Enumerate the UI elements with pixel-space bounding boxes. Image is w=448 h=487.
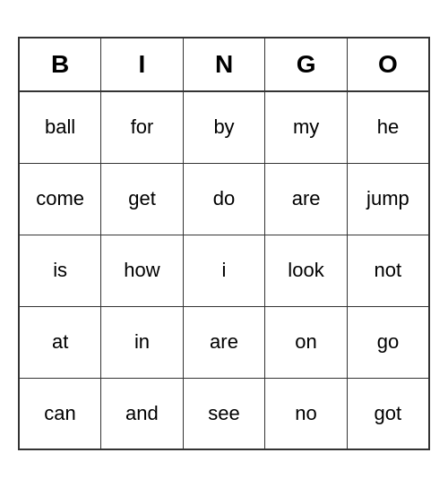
cell-r5-c4: no bbox=[265, 378, 348, 449]
cell-r1-c1: ball bbox=[19, 91, 101, 163]
cell-r3-c2: how bbox=[101, 235, 184, 306]
cell-r3-c3: i bbox=[183, 235, 265, 306]
cell-r1-c4: my bbox=[265, 91, 348, 163]
bingo-row: atinareongo bbox=[19, 306, 429, 378]
bingo-row: comegetdoarejump bbox=[19, 163, 429, 235]
cell-r3-c5: not bbox=[347, 235, 429, 306]
bingo-card: BINGO ballforbymyhecomegetdoarejumpishow… bbox=[18, 37, 430, 450]
header-col-n: N bbox=[183, 38, 265, 91]
cell-r1-c2: for bbox=[101, 91, 184, 163]
cell-r2-c3: do bbox=[183, 163, 265, 235]
cell-r2-c4: are bbox=[265, 163, 348, 235]
bingo-row: canandseenogot bbox=[19, 378, 429, 449]
cell-r5-c3: see bbox=[183, 378, 265, 449]
bingo-row: ballforbymyhe bbox=[19, 91, 429, 163]
cell-r5-c5: got bbox=[347, 378, 429, 449]
bingo-header-row: BINGO bbox=[19, 38, 429, 91]
header-col-b: B bbox=[19, 38, 101, 91]
header-col-i: I bbox=[101, 38, 184, 91]
cell-r3-c4: look bbox=[265, 235, 348, 306]
cell-r2-c2: get bbox=[101, 163, 184, 235]
header-col-o: O bbox=[347, 38, 429, 91]
cell-r4-c5: go bbox=[347, 306, 429, 378]
cell-r4-c4: on bbox=[265, 306, 348, 378]
cell-r1-c3: by bbox=[183, 91, 265, 163]
cell-r3-c1: is bbox=[19, 235, 101, 306]
cell-r5-c2: and bbox=[101, 378, 184, 449]
bingo-row: ishowilooknot bbox=[19, 235, 429, 306]
cell-r4-c1: at bbox=[19, 306, 101, 378]
header-col-g: G bbox=[265, 38, 348, 91]
cell-r4-c3: are bbox=[183, 306, 265, 378]
cell-r2-c1: come bbox=[19, 163, 101, 235]
cell-r2-c5: jump bbox=[347, 163, 429, 235]
cell-r4-c2: in bbox=[101, 306, 184, 378]
cell-r5-c1: can bbox=[19, 378, 101, 449]
cell-r1-c5: he bbox=[347, 91, 429, 163]
